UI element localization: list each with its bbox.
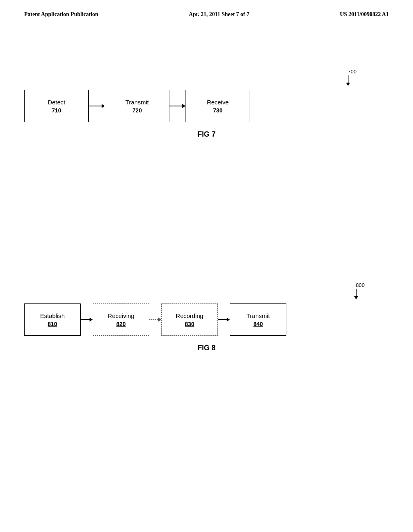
fig7-box-720-label: Transmit	[125, 99, 149, 106]
fig8-box-830: Recording 830	[161, 303, 218, 336]
fig8-arrow-2	[149, 318, 161, 322]
fig7-flowchart-row: Detect 710 Transmit 720 Receive 730	[24, 90, 389, 122]
fig7-box-720-number: 720	[132, 107, 142, 114]
fig8-box-810-label: Establish	[40, 312, 65, 319]
fig7-diagram: 700 Detect 710 Transmit 720 R	[24, 69, 389, 139]
fig7-box-730-label: Receive	[207, 99, 229, 106]
page-header: Patent Application Publication Apr. 21, …	[0, 0, 413, 18]
fig8-diagram-number: 800	[356, 282, 365, 288]
fig8-box-840: Transmit 840	[230, 303, 286, 336]
fig8-box-820: Receiving 820	[93, 303, 149, 336]
fig8-box-820-label: Receiving	[108, 312, 134, 319]
header-left: Patent Application Publication	[24, 11, 98, 18]
fig8-box-820-number: 820	[116, 321, 125, 327]
fig8-box-810-number: 810	[48, 321, 57, 327]
fig7-caption: FIG 7	[24, 130, 389, 139]
header-right: US 2011/0090822 A1	[340, 11, 389, 18]
fig7-entry-arrow	[346, 75, 350, 86]
fig8-box-810: Establish 810	[24, 303, 81, 336]
fig7-box-710-number: 710	[52, 107, 61, 114]
fig8-entry-arrow	[354, 289, 358, 299]
fig7-box-730-number: 730	[213, 107, 222, 114]
fig7-box-710-label: Detect	[48, 99, 65, 106]
fig8-caption: FIG 8	[24, 344, 389, 352]
header-middle: Apr. 21, 2011 Sheet 7 of 7	[189, 11, 249, 18]
fig8-arrow-3	[218, 318, 230, 322]
fig7-arrow-2	[169, 104, 186, 108]
fig8-arrow-1	[81, 318, 93, 322]
fig7-box-720: Transmit 720	[105, 90, 169, 122]
fig7-box-730: Receive 730	[186, 90, 250, 122]
fig8-box-830-number: 830	[185, 321, 194, 327]
fig8-diagram: 800 Establish 810 Receiving 820	[24, 282, 389, 352]
fig7-arrow-1	[89, 104, 105, 108]
fig8-box-840-number: 840	[253, 321, 263, 327]
fig7-diagram-number: 700	[348, 69, 357, 75]
fig8-box-830-label: Recording	[176, 312, 203, 319]
fig7-box-710: Detect 710	[24, 90, 89, 122]
fig8-box-840-label: Transmit	[246, 312, 270, 319]
fig8-flowchart-row: Establish 810 Receiving 820 Recording 83…	[24, 303, 389, 336]
